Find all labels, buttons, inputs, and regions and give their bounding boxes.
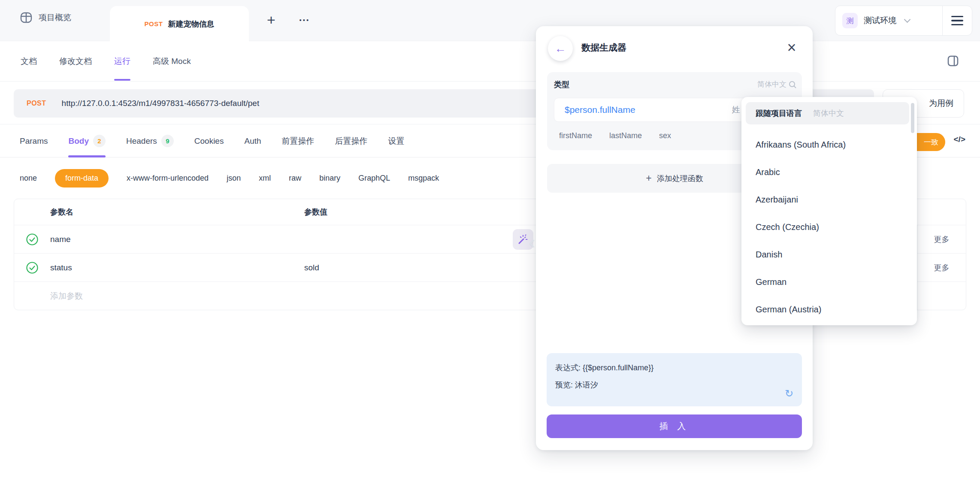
- body-type-options: noneform-datax-www-form-urlencodedjsonxm…: [20, 157, 535, 199]
- more-tabs-button[interactable]: •••: [294, 9, 315, 30]
- param-name-cell[interactable]: status: [50, 254, 304, 281]
- language-option-selected[interactable]: 跟随项目语言 简体中文: [746, 102, 909, 124]
- request-url-text: http://127.0.0.1:4523/m1/4997831-4656773…: [62, 99, 260, 108]
- top-tab-strip: 项目概览 POST 新建宠物信息 + ••• 测 测试环境: [0, 0, 980, 41]
- plus-icon: +: [646, 172, 651, 184]
- language-selected-secondary: 简体中文: [813, 108, 844, 118]
- language-option[interactable]: Afrikaans (South Africa): [741, 131, 917, 158]
- language-option[interactable]: German (Austria): [741, 296, 917, 323]
- request-tab-label: Body: [68, 136, 89, 146]
- language-option[interactable]: Czech (Czechia): [741, 213, 917, 241]
- language-option[interactable]: German: [741, 268, 917, 296]
- menu-button[interactable]: [943, 16, 972, 26]
- body-type-raw[interactable]: raw: [289, 174, 301, 183]
- body-type-none[interactable]: none: [20, 174, 37, 183]
- body-type-msgpack[interactable]: msgpack: [408, 174, 439, 183]
- scrollbar-thumb[interactable]: [911, 103, 914, 133]
- doc-nav-tabs: 文档修改文档运行高级 Mock: [21, 41, 191, 82]
- request-tab-Body[interactable]: Body2: [68, 124, 106, 157]
- param-more-button[interactable]: 更多: [917, 225, 966, 253]
- body-type-xml[interactable]: xml: [259, 174, 271, 183]
- request-tab-label: Auth: [244, 136, 261, 146]
- expression-value: {{$person.fullName}}: [583, 363, 653, 372]
- language-search-button[interactable]: 简体中文: [757, 79, 797, 89]
- request-method-label: POST: [27, 100, 46, 107]
- nav-tab-高级 Mock[interactable]: 高级 Mock: [153, 41, 191, 82]
- nav-tab-文档[interactable]: 文档: [21, 41, 37, 82]
- close-icon[interactable]: ×: [782, 38, 801, 57]
- doc-nav-row: 文档修改文档运行高级 Mock: [0, 41, 980, 82]
- body-type-GraphQL[interactable]: GraphQL: [358, 174, 390, 183]
- new-tab-button[interactable]: +: [261, 9, 281, 30]
- layout-panel-icon[interactable]: [947, 54, 959, 67]
- check-circle-icon[interactable]: [26, 261, 39, 274]
- body-type-x-www-form-urlencoded[interactable]: x-www-form-urlencoded: [127, 174, 209, 183]
- chevron-down-icon: [904, 16, 911, 23]
- suggestion-firstName[interactable]: firstName: [559, 131, 592, 140]
- type-suggestions: firstNamelastNamesex: [559, 131, 671, 140]
- language-options-list: Afrikaans (South Africa)ArabicAzerbaijan…: [741, 131, 917, 323]
- request-tab-label: 后置操作: [335, 136, 368, 147]
- environment-control: 测 测试环境: [835, 6, 972, 36]
- tab-project-overview[interactable]: 项目概览: [20, 11, 71, 24]
- add-function-label: 添加处理函数: [657, 173, 703, 184]
- request-tab-Params[interactable]: Params: [20, 124, 48, 157]
- preview-value: 沐语汐: [575, 381, 598, 389]
- tab-method-badge: POST: [145, 20, 163, 27]
- language-hint-label: 简体中文: [757, 79, 786, 89]
- type-input-hint: 姓: [732, 104, 740, 115]
- request-tabs: ParamsBody2Headers9CookiesAuth前置操作后置操作设置: [20, 124, 405, 157]
- request-tab-Auth[interactable]: Auth: [244, 124, 261, 157]
- modal-title: 数据生成器: [581, 42, 626, 54]
- preview-label: 预览:: [555, 381, 573, 389]
- insert-button[interactable]: 插 入: [547, 414, 802, 438]
- body-type-binary[interactable]: binary: [319, 174, 340, 183]
- request-tab-label: 设置: [388, 136, 405, 147]
- suggestion-sex[interactable]: sex: [659, 131, 671, 140]
- expression-preview-box: 表达式: {{$person.fullName}} 预览: 沐语汐 ↻: [547, 353, 802, 406]
- nav-tab-修改文档[interactable]: 修改文档: [59, 41, 92, 82]
- environment-selector[interactable]: 测 测试环境: [835, 13, 942, 28]
- body-type-form-data[interactable]: form-data: [55, 169, 109, 188]
- type-input-value: $person.fullName: [565, 105, 635, 115]
- environment-badge: 测: [842, 13, 858, 28]
- count-badge: 2: [93, 135, 106, 147]
- request-tab-Headers[interactable]: Headers9: [126, 124, 174, 157]
- language-option[interactable]: Arabic: [741, 158, 917, 186]
- suggestion-lastName[interactable]: lastName: [609, 131, 642, 140]
- count-badge: 9: [161, 135, 174, 147]
- save-as-case-label: 为用例: [929, 98, 953, 109]
- request-tab-后置操作[interactable]: 后置操作: [335, 124, 368, 157]
- tab-request-title: 新建宠物信息: [168, 19, 214, 29]
- request-tab-label: Params: [20, 136, 48, 146]
- tab-request-active[interactable]: POST 新建宠物信息: [110, 6, 249, 42]
- request-tab-Cookies[interactable]: Cookies: [194, 124, 224, 157]
- request-tab-前置操作[interactable]: 前置操作: [282, 124, 315, 157]
- column-header-name: 参数名: [50, 199, 304, 225]
- tab-project-overview-label: 项目概览: [39, 12, 71, 23]
- param-more-button[interactable]: 更多: [917, 254, 966, 281]
- expression-label: 表达式:: [555, 363, 581, 372]
- param-name-cell[interactable]: name: [50, 225, 304, 253]
- type-label: 类型: [554, 79, 569, 90]
- request-tab-设置[interactable]: 设置: [388, 124, 405, 157]
- request-tab-label: Headers: [126, 136, 157, 146]
- language-selected-label: 跟随项目语言: [756, 108, 802, 118]
- language-dropdown: 跟随项目语言 简体中文 Afrikaans (South Africa)Arab…: [741, 97, 917, 325]
- request-tab-label: 前置操作: [282, 136, 315, 147]
- add-param-placeholder: 添加参数: [50, 282, 304, 310]
- collapse-chevron-icon[interactable]: ‹: [529, 233, 535, 251]
- request-tab-label: Cookies: [194, 136, 224, 146]
- language-option[interactable]: Danish: [741, 241, 917, 268]
- nav-tab-运行[interactable]: 运行: [114, 41, 130, 82]
- back-button[interactable]: ←: [548, 36, 573, 61]
- code-view-icon[interactable]: </>: [954, 135, 965, 144]
- refresh-icon[interactable]: ↻: [785, 387, 793, 399]
- consistency-label: 一致: [924, 137, 938, 147]
- project-overview-icon: [20, 11, 33, 24]
- environment-name: 测试环境: [864, 15, 896, 26]
- check-circle-icon[interactable]: [26, 233, 39, 246]
- search-icon: [788, 80, 797, 89]
- body-type-json[interactable]: json: [227, 174, 241, 183]
- language-option[interactable]: Azerbaijani: [741, 186, 917, 213]
